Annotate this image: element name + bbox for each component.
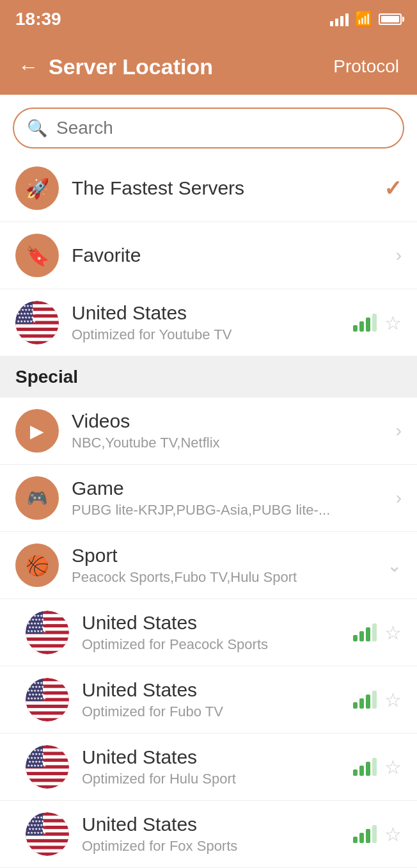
us-fox-subtitle: Optimized for Fox Sports: [82, 838, 340, 855]
game-text: Game PUBG lite-KRJP,PUBG-Asia,PUBG lite-…: [72, 478, 383, 518]
svg-rect-21: [26, 648, 69, 651]
svg-rect-44: [26, 748, 69, 751]
favorite-text: Favorite: [72, 245, 383, 266]
battery-icon: [379, 13, 402, 25]
checkmark-icon: ✓: [384, 175, 402, 201]
sport-right: ⌄: [387, 555, 402, 576]
list-item[interactable]: ★★★★★★ ★★★★★ ★★★★★★ ★★★★★ ★★★★★★ United …: [0, 801, 417, 868]
us-fubo-text: United States Optimized for Fubo TV: [82, 679, 340, 720]
search-container: 🔍: [0, 95, 417, 155]
videos-right: ›: [396, 421, 402, 441]
svg-rect-33: [26, 702, 69, 705]
fastest-icon: 🚀: [15, 166, 59, 210]
svg-text:★★★★★★: ★★★★★★: [27, 764, 46, 768]
svg-rect-34: [26, 708, 69, 711]
fastest-text: The Fastest Servers: [72, 177, 371, 199]
basketball-icon: 🏀: [26, 554, 49, 577]
svg-rect-20: [26, 641, 69, 644]
svg-rect-30: [26, 681, 69, 684]
bookmark-icon: 🔖: [26, 245, 49, 267]
game-right: ›: [396, 488, 402, 508]
sport-icon: 🏀: [15, 543, 59, 587]
us-flag-icon: ★★★★★★ ★★★★★ ★★★★★★ ★★★★★ ★★★★★★: [15, 301, 59, 344]
videos-subtitle: NBC,Youtube TV,Netflix: [72, 435, 383, 451]
svg-text:★★★★★★: ★★★★★★: [27, 696, 46, 700]
game-title: Game: [72, 478, 383, 499]
favorite-star-icon[interactable]: ☆: [384, 689, 402, 711]
list-item[interactable]: ★★★★★★ ★★★★★ ★★★★★★ ★★★★★ ★★★★★★ United …: [0, 666, 417, 734]
favorite-star-icon[interactable]: ☆: [384, 312, 402, 334]
list-item[interactable]: ★★★★★★ ★★★★★ ★★★★★★ ★★★★★ ★★★★★★ United …: [0, 289, 417, 357]
svg-rect-47: [26, 769, 69, 772]
search-icon: 🔍: [27, 118, 47, 138]
videos-icon: ▶: [15, 409, 59, 453]
svg-rect-7: [15, 338, 59, 341]
chevron-right-icon: ›: [396, 245, 402, 266]
favorite-title: Favorite: [72, 245, 383, 266]
us-peacock-text: United States Optimized for Peacock Spor…: [82, 612, 340, 653]
list-item[interactable]: ★★★★★★ ★★★★★ ★★★★★★ ★★★★★ ★★★★★★ United …: [0, 734, 417, 801]
fastest-right: ✓: [384, 175, 402, 201]
svg-rect-35: [26, 715, 69, 718]
favorite-star-icon[interactable]: ☆: [384, 756, 402, 778]
header: ← Server Location Protocol: [0, 38, 417, 95]
signal-icon: [330, 12, 349, 26]
sport-subtitle: Peacock Sports,Fubo TV,Hulu Sport: [72, 569, 374, 586]
us-hulu-text: United States Optimized for Hulu Sport: [82, 746, 340, 787]
sport-text: Sport Peacock Sports,Fubo TV,Hulu Sport: [72, 545, 374, 586]
svg-rect-16: [26, 614, 69, 617]
status-icons: 📶: [330, 11, 402, 28]
signal-strength-icon: [353, 758, 377, 776]
play-icon: ▶: [30, 421, 44, 442]
us-flag-icon: ★★★★★★ ★★★★★ ★★★★★★ ★★★★★ ★★★★★★: [26, 611, 69, 654]
list-item[interactable]: 🏀 Sport Peacock Sports,Fubo TV,Hulu Spor…: [0, 532, 417, 599]
us-youtube-title: United States: [72, 302, 340, 324]
us-peacock-subtitle: Optimized for Peacock Sports: [82, 636, 340, 653]
us-youtube-text: United States Optimized for Youtube TV: [72, 302, 340, 343]
svg-rect-63: [26, 849, 69, 853]
videos-text: Videos NBC,Youtube TV,Netflix: [72, 410, 383, 451]
status-bar: 18:39 📶: [0, 0, 417, 38]
game-icon: 🎮: [15, 476, 59, 520]
us-peacock-title: United States: [82, 612, 340, 634]
favorite-star-icon[interactable]: ☆: [384, 823, 402, 846]
chevron-down-icon[interactable]: ⌄: [387, 555, 402, 576]
signal-strength-icon: [353, 623, 377, 641]
list-item[interactable]: 🚀 The Fastest Servers ✓: [0, 155, 417, 222]
list-item[interactable]: ★★★★★★ ★★★★★ ★★★★★★ ★★★★★ ★★★★★★ United …: [0, 599, 417, 666]
fastest-title: The Fastest Servers: [72, 177, 371, 199]
rocket-icon: 🚀: [26, 177, 49, 200]
gamepad-icon: 🎮: [27, 488, 47, 508]
favorite-star-icon[interactable]: ☆: [384, 622, 402, 644]
search-bar: 🔍: [13, 108, 404, 149]
svg-rect-19: [26, 634, 69, 638]
search-input[interactable]: [56, 118, 390, 138]
list-item[interactable]: ▶ Videos NBC,Youtube TV,Netflix ›: [0, 398, 417, 465]
chevron-right-icon: ›: [396, 488, 402, 508]
videos-title: Videos: [72, 410, 383, 432]
us-fox-right: ☆: [353, 823, 402, 846]
favorite-right: ›: [396, 245, 402, 266]
protocol-button[interactable]: Protocol: [333, 56, 399, 77]
svg-rect-6: [15, 331, 59, 334]
favorite-icon: 🔖: [15, 234, 59, 277]
svg-rect-49: [26, 782, 69, 785]
list-item[interactable]: 🔖 Favorite ›: [0, 222, 417, 289]
svg-rect-61: [26, 836, 69, 839]
svg-rect-62: [26, 842, 69, 846]
svg-rect-48: [26, 775, 69, 778]
svg-text:★★★★★★: ★★★★★★: [27, 629, 46, 633]
back-button[interactable]: ←: [18, 55, 38, 79]
sport-title: Sport: [72, 545, 374, 567]
signal-strength-icon: [353, 825, 377, 843]
svg-text:★★★★★★: ★★★★★★: [17, 319, 36, 323]
svg-rect-58: [26, 816, 69, 819]
svg-rect-5: [15, 325, 59, 328]
wifi-icon: 📶: [355, 11, 372, 28]
us-youtube-subtitle: Optimized for Youtube TV: [72, 326, 340, 343]
us-hulu-subtitle: Optimized for Hulu Sport: [82, 771, 340, 787]
game-subtitle: PUBG lite-KRJP,PUBG-Asia,PUBG lite-...: [72, 502, 383, 518]
chevron-right-icon: ›: [396, 421, 402, 441]
list-item[interactable]: 🎮 Game PUBG lite-KRJP,PUBG-Asia,PUBG lit…: [0, 465, 417, 532]
svg-text:★★★★★★: ★★★★★★: [27, 831, 46, 835]
